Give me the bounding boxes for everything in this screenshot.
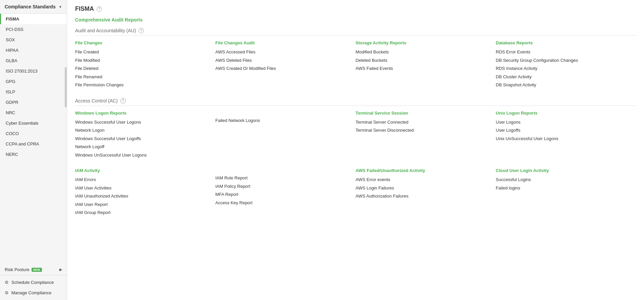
report-item[interactable]: User Logons: [496, 119, 629, 126]
sidebar-item-gdpr[interactable]: GDPR: [0, 97, 67, 108]
audit-reports-link[interactable]: Comprehensive Audit Reports: [75, 17, 636, 23]
footer-item-1[interactable]: ⚙Manage Compliance: [0, 288, 67, 298]
report-col-2-2: AWS Failed/Unauthorized ActivityAWS Erro…: [356, 168, 496, 218]
new-badge: NEW: [32, 268, 42, 272]
col-header-spacer: [215, 168, 349, 175]
footer-label: Schedule Compliance: [11, 280, 54, 285]
sidebar-item-ccpa-and-cpra[interactable]: CCPA and CPRA: [0, 139, 67, 149]
col-header-1-2[interactable]: Terminal Service Session: [356, 111, 489, 116]
report-item[interactable]: IAM Errors: [75, 176, 209, 183]
report-item[interactable]: Unix UnSuccessful User Logons: [496, 135, 629, 142]
scrollbar[interactable]: [65, 67, 67, 108]
col-header-0-3[interactable]: Database Reports: [496, 40, 629, 45]
sidebar: Compliance Standards ▼ FISMAPCI-DSSSOXHI…: [0, 0, 67, 300]
report-item[interactable]: Deleted Buckets: [356, 57, 489, 64]
report-item[interactable]: Network Logon: [75, 127, 209, 134]
report-item[interactable]: AWS Error events: [356, 176, 489, 183]
report-item[interactable]: IAM Role Report: [215, 175, 349, 181]
report-item[interactable]: Windows Successful User Logoffs: [75, 135, 209, 142]
col-header-0-0[interactable]: File Changes: [75, 40, 209, 45]
col-header-2-3[interactable]: Cloud User Login Activity: [496, 168, 629, 173]
gear-icon: ⚙: [5, 290, 9, 295]
section-title: Audit and Accountability (AU): [75, 28, 136, 33]
report-item[interactable]: Modified Buckets: [356, 49, 489, 55]
report-item[interactable]: Failed Network Logons: [215, 117, 349, 124]
report-item[interactable]: RDS Error Events: [496, 49, 629, 55]
report-item[interactable]: AWS Created Or Modified Files: [215, 65, 349, 72]
sidebar-title: Compliance Standards: [5, 4, 56, 9]
sidebar-item-gpg[interactable]: GPG: [0, 76, 67, 87]
sidebar-item-pci-dss[interactable]: PCI-DSS: [0, 24, 67, 35]
sidebar-item-nerc[interactable]: NERC: [0, 149, 67, 160]
sidebar-item-glba[interactable]: GLBA: [0, 55, 67, 66]
report-item[interactable]: Network Logoff: [75, 143, 209, 150]
report-item[interactable]: Terminal Server Disconnected: [356, 127, 489, 134]
risk-posture-label: Risk Posture: [5, 267, 30, 272]
sidebar-item-islp[interactable]: ISLP: [0, 87, 67, 97]
main-content: FISMA ? Comprehensive Audit Reports Audi…: [67, 0, 644, 300]
section-help-icon[interactable]: ?: [139, 28, 144, 33]
sidebar-item-fisma[interactable]: FISMA: [0, 14, 67, 24]
sidebar-nav: FISMAPCI-DSSSOXHIPAAGLBAISO 27001:2013GP…: [0, 14, 67, 264]
col-header-1-3[interactable]: Unix Logon Reports: [496, 111, 629, 116]
report-item[interactable]: IAM Policy Report: [215, 183, 349, 190]
col-header-2-2[interactable]: AWS Failed/Unauthorized Activity: [356, 168, 489, 173]
report-item[interactable]: File Created: [75, 49, 209, 55]
page-header: FISMA ?: [75, 5, 636, 12]
report-item[interactable]: AWS Login Failures: [356, 185, 489, 191]
col-header-0-1[interactable]: File Changes Audit: [215, 40, 349, 45]
report-col-1-0: Windows Logon ReportsWindows Successful …: [75, 111, 215, 160]
sidebar-item-risk-posture[interactable]: Risk Posture NEW ▶: [0, 264, 67, 275]
section-header-1: Access Control (AC)?: [75, 98, 636, 106]
col-header-1-0[interactable]: Windows Logon Reports: [75, 111, 209, 116]
report-col-0-2: Storage Activity ReportsModified Buckets…: [356, 40, 496, 90]
sidebar-item-iso-27001:2013[interactable]: ISO 27001:2013: [0, 66, 67, 76]
report-item[interactable]: Successful Logins: [496, 176, 629, 183]
report-item[interactable]: MFA Report: [215, 191, 349, 198]
section-help-icon[interactable]: ?: [120, 98, 126, 103]
report-item[interactable]: Windows Successful User Logons: [75, 119, 209, 126]
report-item[interactable]: AWS Accessed Files: [215, 49, 349, 55]
report-col-1-1: Failed Network Logons: [215, 111, 356, 160]
report-col-2-1: IAM Role ReportIAM Policy ReportMFA Repo…: [215, 168, 356, 218]
report-item[interactable]: File Renamed: [75, 74, 209, 80]
sidebar-item-coco[interactable]: COCO: [0, 128, 67, 139]
sidebar-item-sox[interactable]: SOX: [0, 35, 67, 45]
col-header-2-0[interactable]: IAM Activity: [75, 168, 209, 173]
report-item[interactable]: Failed logins: [496, 185, 629, 191]
report-item[interactable]: AWS Authorization Failures: [356, 193, 489, 200]
report-item[interactable]: File Permission Changes: [75, 82, 209, 88]
report-item[interactable]: Windows UnSuccessful User Logons: [75, 152, 209, 159]
report-item[interactable]: File Deleted: [75, 65, 209, 72]
report-grid-1: Windows Logon ReportsWindows Successful …: [75, 111, 636, 160]
sidebar-item-hipaa[interactable]: HIPAA: [0, 45, 67, 55]
report-item[interactable]: DB Cluster Activity: [496, 74, 629, 80]
report-col-2-3: Cloud User Login ActivitySuccessful Logi…: [496, 168, 636, 218]
help-icon[interactable]: ?: [97, 6, 102, 12]
gear-icon: ⚙: [5, 280, 9, 285]
report-item[interactable]: User Logoffs: [496, 127, 629, 134]
col-header-spacer: [215, 111, 349, 117]
report-item[interactable]: Terminal Server Connected: [356, 119, 489, 126]
report-item[interactable]: Access Key Report: [215, 200, 349, 206]
report-item[interactable]: AWS Failed Events: [356, 65, 489, 72]
footer-item-0[interactable]: ⚙Schedule Compliance: [0, 277, 67, 288]
col-header-0-2[interactable]: Storage Activity Reports: [356, 40, 489, 45]
report-item[interactable]: File Modified: [75, 57, 209, 64]
sidebar-item-cyber-essentials[interactable]: Cyber Essentials: [0, 118, 67, 128]
report-item[interactable]: IAM User Report: [75, 201, 209, 208]
report-item[interactable]: IAM Group Report: [75, 209, 209, 216]
arrow-right-icon: ▶: [59, 267, 62, 272]
report-grid-2: IAM ActivityIAM ErrorsIAM User Activitie…: [75, 168, 636, 218]
report-item[interactable]: AWS Deleted Files: [215, 57, 349, 64]
sidebar-header[interactable]: Compliance Standards ▼: [0, 0, 67, 14]
report-item[interactable]: RDS Instance Activity: [496, 65, 629, 72]
report-col-1-2: Terminal Service SessionTerminal Server …: [356, 111, 496, 160]
sections-container: Audit and Accountability (AU)?File Chang…: [75, 28, 636, 218]
report-col-0-0: File ChangesFile CreatedFile ModifiedFil…: [75, 40, 215, 90]
report-item[interactable]: DB Snapshot Activity: [496, 82, 629, 88]
report-item[interactable]: IAM Unauthorized Activities: [75, 193, 209, 200]
sidebar-item-nrc[interactable]: NRC: [0, 108, 67, 118]
report-item[interactable]: IAM User Activities: [75, 185, 209, 191]
report-item[interactable]: DB Security Group Configuration Changes: [496, 57, 629, 64]
